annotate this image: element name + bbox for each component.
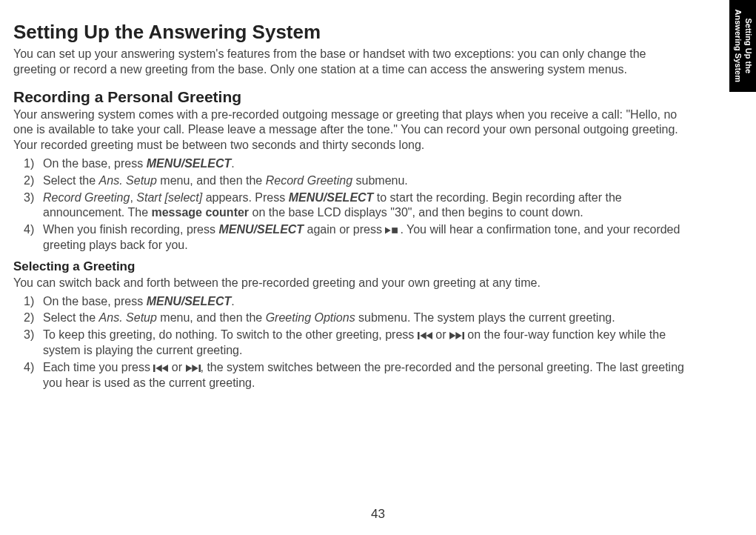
greeting-intro: Your answering system comes with a pre-r… — [13, 107, 690, 153]
svg-marker-0 — [385, 227, 391, 234]
play-stop-icon — [385, 226, 400, 235]
sel-step-3: To keep this greeting, do nothing. To sw… — [13, 328, 690, 359]
sel-step-4: Each time you press or , the system swit… — [13, 360, 690, 391]
intro-paragraph: You can set up your answering system's f… — [13, 47, 690, 78]
svg-marker-11 — [186, 365, 192, 372]
heading-selecting-greeting: Selecting a Greeting — [13, 259, 690, 274]
svg-marker-3 — [420, 332, 426, 339]
rec-step-2: Select the Ans. Setup menu, and then the… — [13, 173, 690, 189]
side-tab: Setting Up the Answering System — [729, 0, 756, 92]
page-number: 43 — [0, 507, 756, 522]
rec-step-3: Record Greeting, Start [select] appears.… — [13, 190, 690, 222]
recording-steps: On the base, press MENU/SELECT. Select t… — [13, 156, 690, 253]
fast-forward-icon — [449, 331, 464, 340]
heading-recording-greeting: Recording a Personal Greeting — [13, 88, 690, 106]
side-tab-line1: Setting Up the — [744, 19, 753, 74]
svg-rect-8 — [153, 365, 155, 372]
rec-step-1: On the base, press MENU/SELECT. — [13, 156, 690, 172]
svg-marker-6 — [455, 332, 461, 339]
page-content: Setting Up the Answering System You can … — [0, 0, 711, 391]
svg-marker-5 — [449, 332, 455, 339]
side-tab-line2: Answering System — [734, 10, 743, 82]
selecting-steps: On the base, press MENU/SELECT. Select t… — [13, 294, 690, 391]
sel-step-2: Select the Ans. Setup menu, and then the… — [13, 310, 690, 326]
select-intro: You can switch back and forth between th… — [13, 276, 690, 291]
svg-marker-12 — [192, 365, 198, 372]
heading-setting-up: Setting Up the Answering System — [13, 21, 690, 44]
svg-rect-1 — [392, 227, 398, 233]
fast-forward-icon — [186, 364, 201, 373]
svg-marker-4 — [426, 332, 432, 339]
svg-marker-9 — [156, 365, 162, 372]
rewind-icon — [153, 364, 168, 373]
sel-step-1: On the base, press MENU/SELECT. — [13, 294, 690, 310]
rewind-icon — [418, 331, 432, 340]
svg-rect-2 — [418, 332, 420, 339]
rec-step-4: When you finish recording, press MENU/SE… — [13, 222, 690, 253]
